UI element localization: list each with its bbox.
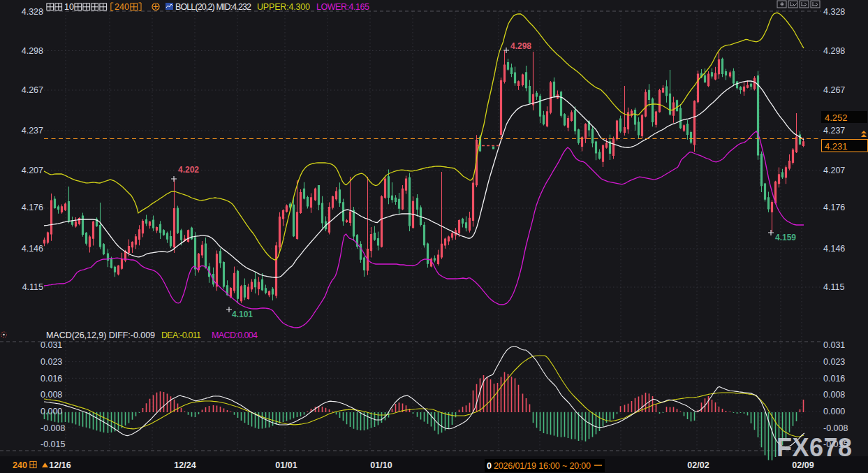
svg-text:4.115: 4.115 [823,282,844,292]
svg-text:10: 10 [64,2,74,12]
svg-text:0.016: 0.016 [823,374,845,384]
svg-text:4.298: 4.298 [22,46,43,56]
svg-text:4.202: 4.202 [178,165,199,175]
svg-text:01/01: 01/01 [275,460,297,470]
svg-text:0.008: 0.008 [41,390,62,400]
svg-text:01/10: 01/10 [370,460,392,470]
svg-text:4.146: 4.146 [22,244,43,254]
svg-text:MACD:0.004: MACD:0.004 [212,330,258,340]
svg-text:240: 240 [115,2,129,12]
svg-text:MACD(26,12,9) DIFF:-0.009: MACD(26,12,9) DIFF:-0.009 [46,330,155,340]
svg-text:02/02: 02/02 [687,460,709,470]
svg-text:4.267: 4.267 [22,85,43,95]
svg-text:-0.015: -0.015 [41,439,65,449]
svg-text:4.176: 4.176 [823,203,845,212]
svg-text:0.023: 0.023 [823,357,845,367]
svg-text:4.252: 4.252 [825,112,848,123]
svg-text:4.328: 4.328 [22,7,43,17]
svg-text:12/16: 12/16 [49,460,71,470]
svg-text:2026/01/19 16:00 ~ 20:00: 2026/01/19 16:00 ~ 20:00 [494,461,591,471]
svg-text:0: 0 [487,461,492,471]
svg-text:4.298: 4.298 [510,41,531,51]
svg-text:DEA:-0.011: DEA:-0.011 [161,330,201,340]
svg-text:BOLL(20,2) MID:4.232: BOLL(20,2) MID:4.232 [175,2,251,12]
svg-text:0.031: 0.031 [41,340,62,350]
svg-text:4.176: 4.176 [22,203,43,212]
svg-text:0.000: 0.000 [41,407,62,416]
svg-text:4.101: 4.101 [232,310,253,319]
svg-text:4.237: 4.237 [823,126,845,136]
svg-text:4.298: 4.298 [823,46,845,56]
svg-text:0.000: 0.000 [823,407,845,416]
svg-text:4.237: 4.237 [22,126,43,136]
svg-text:240: 240 [13,460,27,470]
svg-text:4.207: 4.207 [22,166,43,175]
svg-text:4.146: 4.146 [823,244,845,254]
svg-text:4.231: 4.231 [825,141,848,152]
svg-text:FX678: FX678 [777,433,853,462]
svg-text:LOWER:4.165: LOWER:4.165 [316,2,369,12]
svg-text:UPPER:4.300: UPPER:4.300 [257,2,310,12]
svg-text:0.016: 0.016 [41,374,62,384]
svg-text:12/24: 12/24 [174,460,196,470]
svg-text:-0.008: -0.008 [41,423,65,433]
svg-text:02/09: 02/09 [792,460,814,470]
svg-text:4.115: 4.115 [22,282,43,292]
svg-text:4.328: 4.328 [823,7,845,17]
svg-text:0.008: 0.008 [823,390,845,400]
svg-text:0.023: 0.023 [41,357,62,367]
svg-text:4.207: 4.207 [823,166,845,175]
svg-text:0.031: 0.031 [823,340,845,350]
svg-text:4.159: 4.159 [775,233,796,242]
svg-text:-0.008: -0.008 [823,423,848,433]
svg-text:4.267: 4.267 [823,85,845,95]
